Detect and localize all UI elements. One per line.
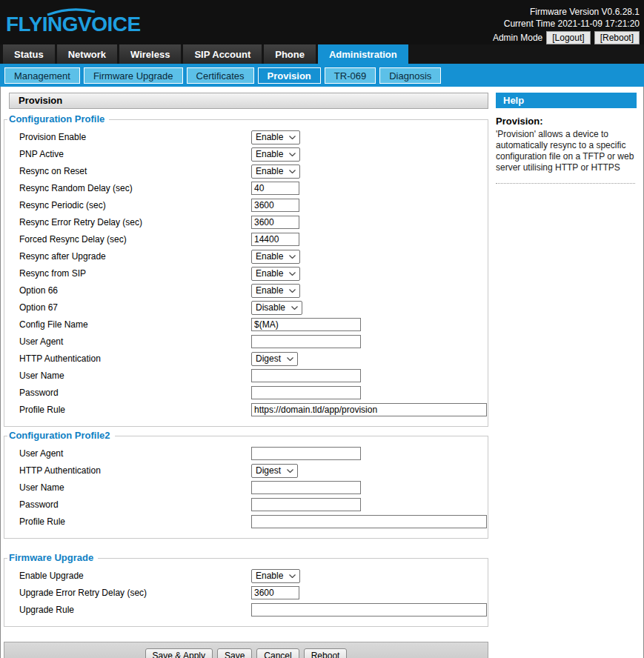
resync-random-delay-sec-input[interactable] bbox=[251, 182, 299, 195]
form-row: User Name bbox=[19, 369, 488, 382]
field-label: Profile Rule bbox=[19, 516, 251, 527]
field-label: Resync from SIP bbox=[19, 268, 251, 279]
password-input[interactable] bbox=[251, 386, 361, 399]
field-label: Enable Upgrade bbox=[19, 571, 251, 581]
form-row: HTTP AuthenticationDigest bbox=[19, 464, 488, 477]
footer-button-bar: Save & ApplySaveCancelReboot bbox=[4, 642, 488, 658]
form-row: User Agent bbox=[19, 335, 488, 348]
form-row: User Name bbox=[19, 481, 488, 494]
upgrade-error-retry-delay-sec-input[interactable] bbox=[251, 586, 299, 599]
resync-on-reset-select[interactable]: Enable bbox=[251, 164, 300, 179]
select-value: Enable bbox=[256, 571, 283, 581]
field-label: Provision Enable bbox=[19, 132, 251, 142]
field-label: Password bbox=[19, 388, 251, 398]
tab-phone[interactable]: Phone bbox=[264, 44, 316, 64]
forced-resync-delay-sec-input[interactable] bbox=[251, 233, 299, 246]
upgrade-rule-input[interactable] bbox=[251, 603, 487, 617]
form-row: PNP ActiveEnable bbox=[19, 147, 488, 161]
form-row: Resync Random Delay (sec) bbox=[19, 182, 488, 195]
field-label: User Agent bbox=[19, 448, 251, 459]
chevron-down-icon bbox=[289, 136, 296, 139]
http-authentication-select[interactable]: Digest bbox=[251, 464, 298, 478]
form-row: Enable UpgradeEnable bbox=[19, 569, 488, 582]
form-row: Profile Rule bbox=[19, 515, 488, 528]
field-label: Resync after Upgrade bbox=[19, 251, 251, 262]
reboot-button[interactable]: Reboot bbox=[304, 648, 348, 658]
section-firmware-upgrade: Firmware Upgrade Enable UpgradeEnableUpg… bbox=[4, 558, 488, 627]
chevron-down-icon bbox=[287, 469, 293, 473]
password-input[interactable] bbox=[251, 498, 361, 511]
config-file-name-input[interactable] bbox=[251, 318, 361, 331]
form-row: HTTP AuthenticationDigest bbox=[19, 352, 488, 365]
user-agent-input[interactable] bbox=[251, 335, 361, 348]
field-label: Profile Rule bbox=[19, 405, 251, 415]
form-row: Resync from SIPEnable bbox=[19, 267, 488, 280]
subtab-certificates[interactable]: Certificates bbox=[187, 67, 254, 84]
chevron-down-icon bbox=[289, 255, 296, 259]
tab-network[interactable]: Network bbox=[57, 44, 117, 64]
form-row: Forced Resync Delay (sec) bbox=[19, 233, 488, 246]
resync-error-retry-delay-sec-input[interactable] bbox=[251, 216, 299, 229]
help-topic: Provision: bbox=[496, 116, 637, 127]
field-label: Forced Resync Delay (sec) bbox=[19, 234, 251, 245]
user-agent-input[interactable] bbox=[251, 447, 361, 460]
field-label: Resync Periodic (sec) bbox=[19, 200, 251, 210]
content-frame: Provision Configuration Profile Provisio… bbox=[0, 87, 644, 658]
save-apply-button[interactable]: Save & Apply bbox=[145, 648, 213, 658]
resync-periodic-sec-input[interactable] bbox=[251, 199, 299, 212]
help-text: 'Provision' allows a device to automatic… bbox=[496, 129, 635, 173]
subtab-tr-069[interactable]: TR-069 bbox=[325, 67, 376, 84]
current-time: Current Time 2021-11-09 17:21:20 bbox=[493, 18, 640, 30]
logout-button[interactable]: [Logout] bbox=[546, 31, 590, 44]
resync-from-sip-select[interactable]: Enable bbox=[251, 267, 300, 281]
chevron-down-icon bbox=[291, 306, 298, 310]
help-divider bbox=[496, 183, 635, 184]
section-legend: Configuration Profile bbox=[7, 113, 109, 124]
select-value: Digest bbox=[256, 465, 281, 476]
pnp-active-select[interactable]: Enable bbox=[251, 147, 300, 162]
user-name-input[interactable] bbox=[251, 481, 361, 494]
select-value: Enable bbox=[256, 251, 283, 262]
subtab-management[interactable]: Management bbox=[4, 67, 80, 84]
chevron-down-icon bbox=[287, 357, 293, 361]
user-name-input[interactable] bbox=[251, 369, 361, 382]
main-nav: StatusNetworkWirelessSIP AccountPhoneAdm… bbox=[0, 44, 644, 64]
provision-enable-select[interactable]: Enable bbox=[251, 130, 300, 144]
select-value: Enable bbox=[256, 149, 283, 159]
field-label: Option 67 bbox=[19, 302, 251, 313]
option-67-select[interactable]: Disable bbox=[251, 301, 302, 315]
http-authentication-select[interactable]: Digest bbox=[251, 352, 298, 366]
tab-sip-account[interactable]: SIP Account bbox=[183, 44, 262, 64]
chevron-down-icon bbox=[289, 153, 296, 156]
form-row: Upgrade Rule bbox=[19, 603, 488, 617]
section-legend: Firmware Upgrade bbox=[7, 552, 98, 563]
subtab-firmware-upgrade[interactable]: Firmware Upgrade bbox=[84, 67, 183, 84]
profile-rule-input[interactable] bbox=[251, 515, 487, 528]
enable-upgrade-select[interactable]: Enable bbox=[251, 569, 300, 583]
save-button[interactable]: Save bbox=[217, 648, 252, 658]
form-row: Resync after UpgradeEnable bbox=[19, 250, 488, 263]
reboot-button[interactable]: [Reboot] bbox=[594, 31, 640, 44]
resync-after-upgrade-select[interactable]: Enable bbox=[251, 250, 300, 264]
profile-rule-input[interactable] bbox=[251, 403, 487, 416]
field-label: HTTP Authentication bbox=[19, 465, 251, 476]
chevron-down-icon bbox=[289, 170, 296, 173]
field-label: Password bbox=[19, 499, 251, 510]
subtab-provision[interactable]: Provision bbox=[258, 67, 321, 84]
firmware-version: Firmware Version V0.6.28.1 bbox=[493, 6, 640, 18]
select-value: Enable bbox=[256, 166, 283, 176]
sub-nav: ManagementFirmware UpgradeCertificatesPr… bbox=[0, 64, 644, 87]
subtab-diagnosis[interactable]: Diagnosis bbox=[379, 67, 441, 84]
cancel-button[interactable]: Cancel bbox=[256, 648, 299, 658]
logo-text: FLYINGVOICE bbox=[6, 13, 141, 36]
chevron-down-icon bbox=[289, 289, 296, 293]
tab-administration[interactable]: Administration bbox=[318, 44, 408, 64]
section-legend: Configuration Profile2 bbox=[7, 430, 115, 441]
tab-wireless[interactable]: Wireless bbox=[119, 44, 181, 64]
field-label: Config File Name bbox=[19, 319, 251, 330]
tab-status[interactable]: Status bbox=[3, 44, 55, 64]
option-66-select[interactable]: Enable bbox=[251, 284, 300, 298]
help-header: Help bbox=[496, 93, 637, 108]
form-row: Provision EnableEnable bbox=[19, 130, 488, 144]
field-label: Resync Error Retry Delay (sec) bbox=[19, 217, 251, 227]
